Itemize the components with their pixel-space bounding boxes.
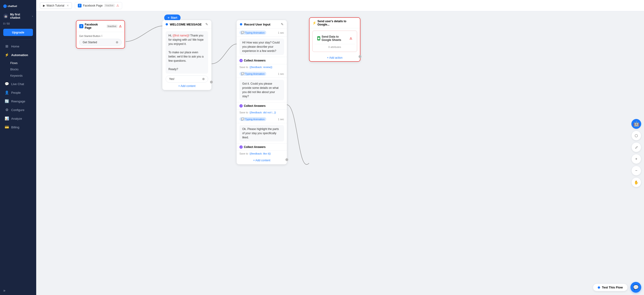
fb-page-pill: f Facebook Page Inactive ⚠ xyxy=(75,2,122,9)
collect-label-1: Collect Answers xyxy=(244,59,266,62)
welcome-node: WELCOME MESSAGE ✎ Hi, {{first name}}! Th… xyxy=(162,20,212,90)
typing-icon-3: 💬 xyxy=(241,118,244,121)
bot-toolbar-button[interactable]: 🤖 xyxy=(632,119,641,129)
bot-selector[interactable]: 🤖 My first chatbot › xyxy=(0,11,36,21)
sheets-action-title: Send Data to Google Sheets xyxy=(322,35,348,42)
configure-icon: ⚙ xyxy=(5,108,9,112)
inactive-badge: Inactive xyxy=(104,4,115,7)
connect-dot xyxy=(116,41,118,44)
test-flow-button[interactable]: Test This Flow xyxy=(593,283,628,291)
hand-tool-button[interactable]: ✋ xyxy=(632,177,641,187)
yes-connect-dot xyxy=(202,78,204,80)
sidebar-item-automation[interactable]: ⚡ Automation xyxy=(2,51,35,59)
minus-icon: − xyxy=(635,169,637,173)
warning-icon: ⚠ xyxy=(116,4,119,7)
node-out-dot xyxy=(210,81,213,84)
chat-bubble-icon: 💬 xyxy=(633,284,639,290)
yes-button[interactable]: Yes! xyxy=(166,76,208,83)
add-content-link[interactable]: + Add content xyxy=(166,84,208,88)
zoom-out-button[interactable]: − xyxy=(632,166,641,176)
get-started-section: Get Started Button ℹ Get Started xyxy=(76,32,124,48)
sidebar-collapse-button[interactable]: » xyxy=(0,286,36,295)
sidebar-item-label: Reengage xyxy=(11,100,25,103)
record-dot xyxy=(240,23,242,26)
record-title: Record User Input xyxy=(244,23,270,26)
sheets-icon: ▦ xyxy=(317,36,320,41)
test-flow-label: Test This Flow xyxy=(602,286,623,289)
close-icon[interactable]: ✕ xyxy=(66,4,69,7)
share-toolbar-button[interactable]: ⬡ xyxy=(632,131,641,140)
sheets-title-bar: ⚡ Send user's details to Google... xyxy=(310,18,360,28)
welcome-title: WELCOME MESSAGE xyxy=(170,23,202,26)
people-icon: 👤 xyxy=(5,91,9,95)
edit-icon[interactable]: ✎ xyxy=(205,23,208,26)
collect-icon-1: ✓ xyxy=(240,59,243,62)
sidebar-item-reengage[interactable]: 🔄 Reengage xyxy=(2,97,35,105)
fb-node-header: f Facebook Page Inactive ⚠ xyxy=(76,21,124,32)
sheets-out-dot xyxy=(358,55,361,58)
typing-label-3: Typing Animation xyxy=(245,118,265,121)
timing-1: 1 sec xyxy=(278,31,284,34)
typing-icon-1: 💬 xyxy=(241,31,244,34)
sidebar-item-label: Home xyxy=(11,45,20,48)
sidebar-item-flows[interactable]: Flows xyxy=(8,60,35,66)
sidebar: chatfuel 🤖 My first chatbot › 0 / 50 Upg… xyxy=(0,0,36,295)
upgrade-button[interactable]: Upgrade xyxy=(3,29,33,36)
reengage-icon: 🔄 xyxy=(5,99,9,103)
sidebar-item-home[interactable]: ⊞ Home xyxy=(2,42,35,51)
plus-icon: + xyxy=(635,157,637,161)
record-node-header: Record User Input ✎ xyxy=(236,20,287,29)
sidebar-item-keywords[interactable]: Keywords xyxy=(8,73,35,79)
collapse-icon: ⤢ xyxy=(635,145,638,150)
typing-pill-3: 💬 Typing Animation xyxy=(240,117,266,121)
typing-animation-3: 💬 Typing Animation 1 sec xyxy=(236,115,287,123)
attrs-count: 0 attributes xyxy=(314,44,355,50)
sidebar-item-label: Analyze xyxy=(11,117,22,120)
yes-label: Yes! xyxy=(169,77,174,81)
collect-answers-3: ✓ Collect Answers xyxy=(236,143,287,151)
sheets-node-title: Send user's details to Google... xyxy=(318,20,357,26)
sidebar-item-people[interactable]: 👤 People xyxy=(2,88,35,97)
welcome-dot xyxy=(166,23,168,26)
sidebar-item-label: Automation xyxy=(11,53,28,57)
sidebar-item-analyze[interactable]: 📊 Analyze xyxy=(2,114,35,123)
zoom-in-button[interactable]: + xyxy=(632,154,641,164)
sidebar-item-configure[interactable]: ⚙ Configure xyxy=(2,106,35,114)
sheets-warning-icon: ⚠ xyxy=(350,37,352,40)
watch-tutorial-button[interactable]: ▶ Watch Tutorial ✕ xyxy=(40,2,72,9)
welcome-node-header: WELCOME MESSAGE ✎ xyxy=(162,20,212,29)
sidebar-item-billing[interactable]: 💳 Billing xyxy=(2,123,35,131)
blocks-label: Blocks xyxy=(10,68,18,71)
live-chat-icon: 💬 xyxy=(5,82,9,86)
fb-warning-icon: ⚠ xyxy=(119,25,122,28)
sheets-action-header: ▦ Send Data to Google Sheets ⚠ xyxy=(314,33,355,44)
main-nav: ⊞ Home ⚡ Automation Flows Blocks Keyword… xyxy=(0,40,36,286)
hand-icon: ✋ xyxy=(634,180,639,185)
watch-tutorial-label: Watch Tutorial xyxy=(46,4,64,7)
collapse-toolbar-button[interactable]: ⤢ xyxy=(632,142,641,152)
record-edit-icon[interactable]: ✎ xyxy=(281,23,284,26)
sidebar-item-blocks[interactable]: Blocks xyxy=(8,66,35,73)
add-action-link[interactable]: + Add action xyxy=(310,54,360,61)
save-to-val-1: {{feedback: review}} xyxy=(250,66,272,69)
sidebar-item-label: People xyxy=(11,91,20,94)
topbar: ▶ Watch Tutorial ✕ f Facebook Page Inact… xyxy=(36,0,644,11)
sheets-node: ⚡ Send user's details to Google... ▦ Sen… xyxy=(309,17,360,62)
get-started-button[interactable]: Get Started xyxy=(79,39,122,46)
message-1: Hi! How was your stay? Could you please … xyxy=(240,39,284,55)
save-to-3: Save to {{feedback: like it}} xyxy=(236,151,287,156)
typing-pill-2: 💬 Typing Animation xyxy=(240,72,266,76)
fb-node: f Facebook Page Inactive ⚠ Get Started B… xyxy=(76,20,125,49)
automation-icon: ⚡ xyxy=(5,53,9,57)
typing-pill-1: 💬 Typing Animation xyxy=(240,31,266,35)
timing-3: 1 sec xyxy=(278,118,284,121)
keywords-label: Keywords xyxy=(10,74,23,77)
save-to-val-2: {{feedback: did not l...}} xyxy=(250,111,276,114)
messages-count: 0 / 50 xyxy=(0,21,36,27)
logo: chatfuel xyxy=(0,0,36,11)
bot-chevron: › xyxy=(32,15,33,18)
save-to-1: Save to {{feedback: review}} xyxy=(236,64,287,70)
record-add-content[interactable]: + Add content xyxy=(236,156,287,164)
sidebar-item-live-chat[interactable]: 💬 Live Chat xyxy=(2,80,35,88)
chat-bubble-button[interactable]: 💬 xyxy=(630,282,641,293)
